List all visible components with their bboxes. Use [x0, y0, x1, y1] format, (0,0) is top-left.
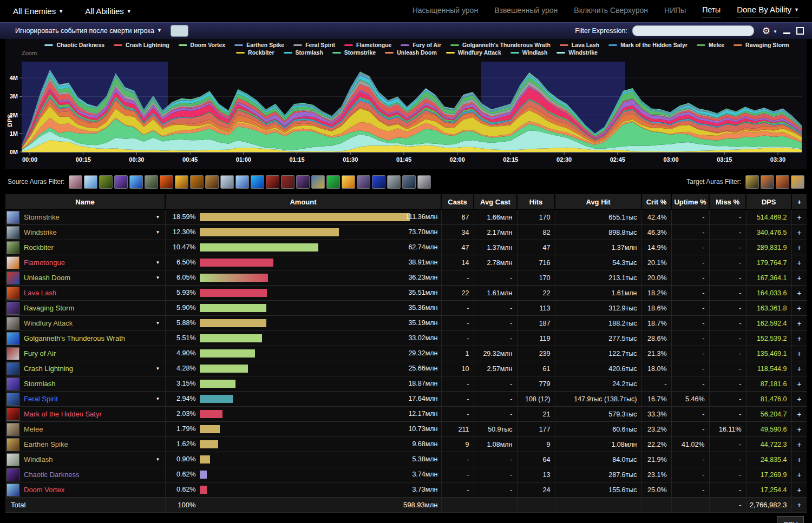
source-aura-icon-21[interactable] [372, 175, 385, 189]
ability-name-link[interactable]: Crash Lightning [24, 365, 73, 373]
csv-export-button[interactable]: CSV [777, 516, 804, 523]
nav-done-by-ability[interactable]: Done By Ability▼ [737, 5, 799, 17]
ability-name-link[interactable]: Feral Spirit [24, 395, 58, 403]
ability-name-link[interactable]: Stormlash [24, 380, 56, 388]
expand-plus-icon[interactable]: + [791, 392, 807, 407]
column-header-avg-cast[interactable]: Avg Cast [474, 194, 517, 210]
ability-name-link[interactable]: Windstrike [24, 228, 57, 236]
legend-item[interactable]: Stormlash [284, 49, 323, 56]
target-aura-icon-2[interactable] [761, 175, 774, 189]
ability-name-link[interactable]: Chaotic Darkness [24, 471, 80, 479]
legend-item[interactable]: Lava Lash [560, 42, 599, 48]
legend-item[interactable]: Crash Lightning [114, 42, 169, 48]
expand-row-icon[interactable]: ▼ [156, 321, 160, 326]
source-aura-icon-8[interactable] [175, 175, 188, 189]
expand-row-icon[interactable]: ▼ [156, 260, 160, 265]
expand-plus-icon[interactable]: + [791, 407, 807, 422]
source-aura-icon-22[interactable] [387, 175, 401, 189]
source-aura-icon-9[interactable] [190, 175, 204, 189]
expand-plus-icon[interactable]: + [791, 437, 807, 452]
legend-item[interactable]: Unleash Doom [385, 49, 437, 56]
legend-item[interactable]: Mark of the Hidden Satyr [608, 42, 687, 48]
column-header-+[interactable]: + [791, 194, 807, 210]
column-header-crit[interactable]: Crit % [641, 194, 671, 210]
nav-weighted-damage[interactable]: Взвешенный урон [494, 6, 558, 16]
expand-plus-icon[interactable]: + [791, 467, 807, 482]
expand-row-icon[interactable]: ▼ [156, 275, 160, 280]
expand-plus-icon[interactable]: + [791, 255, 807, 270]
source-aura-icon-5[interactable] [129, 175, 143, 189]
legend-item[interactable]: Rockbiter [236, 49, 274, 56]
expand-row-icon[interactable]: ▼ [156, 230, 160, 235]
legend-item[interactable]: Golganneth's Thunderous Wrath [450, 42, 551, 48]
nav-include-overkill[interactable]: Включить Сверхурон [574, 6, 648, 16]
expand-plus-icon[interactable]: + [791, 225, 807, 240]
source-aura-icon-1[interactable] [69, 175, 82, 189]
ignore-events-toggle[interactable] [171, 25, 188, 37]
column-header-miss[interactable]: Miss % [709, 194, 746, 210]
expand-plus-icon[interactable]: + [791, 286, 807, 301]
expand-plus-icon[interactable]: + [791, 210, 807, 225]
source-aura-icon-16[interactable] [296, 175, 310, 189]
dps-stacked-area-chart[interactable]: 0M1M2M3M4MDPS00:0000:1500:3000:4501:0001… [5, 39, 807, 169]
ability-name-link[interactable]: Ravaging Storm [24, 304, 74, 312]
legend-item[interactable]: Melee [697, 42, 724, 48]
legend-item[interactable]: Windstrike [556, 49, 598, 56]
expand-plus-icon[interactable]: + [791, 301, 807, 316]
legend-item[interactable]: Windlash [510, 49, 548, 56]
source-aura-icon-12[interactable] [235, 175, 249, 189]
source-aura-icon-19[interactable] [342, 175, 355, 189]
target-aura-icon-1[interactable] [745, 175, 759, 189]
ability-name-link[interactable]: Earthen Spike [24, 440, 68, 448]
expand-plus-icon[interactable]: + [791, 331, 807, 346]
source-aura-icon-7[interactable] [160, 175, 173, 189]
expand-plus-icon[interactable]: + [791, 346, 807, 361]
expand-row-icon[interactable]: ▼ [156, 396, 160, 401]
source-aura-icon-2[interactable] [84, 175, 97, 189]
ability-name-link[interactable]: Melee [24, 425, 43, 433]
column-header-hits[interactable]: Hits [517, 194, 555, 210]
expand-plus-icon[interactable]: + [791, 270, 807, 286]
expand-plus-icon[interactable]: + [791, 316, 807, 331]
expand-row-icon[interactable]: ▼ [156, 457, 160, 462]
ability-name-link[interactable]: Lava Lash [24, 289, 56, 297]
source-aura-icon-23[interactable] [402, 175, 416, 189]
source-aura-icon-18[interactable] [326, 175, 340, 189]
ability-name-link[interactable]: Doom Vortex [24, 486, 64, 494]
source-aura-icon-3[interactable] [99, 175, 113, 189]
source-aura-icon-17[interactable] [311, 175, 325, 189]
legend-item[interactable]: Fury of Air [401, 42, 441, 48]
ability-name-link[interactable]: Rockbiter [24, 243, 54, 251]
nav-pets[interactable]: Петы [702, 5, 721, 17]
nav-npcs[interactable]: НИПы [664, 6, 686, 16]
ignore-events-dropdown[interactable]: Игнорировать события после смерти игрока… [15, 27, 162, 35]
expand-plus-icon[interactable]: + [791, 422, 807, 437]
minimize-icon[interactable] [782, 27, 791, 35]
source-aura-icon-24[interactable] [417, 175, 431, 189]
ability-name-link[interactable]: Golganneth's Thunderous Wrath [24, 334, 125, 342]
legend-item[interactable]: Ravaging Storm [734, 42, 789, 48]
column-header-uptime[interactable]: Uptime % [671, 194, 709, 210]
source-aura-icon-6[interactable] [145, 175, 158, 189]
column-header-casts[interactable]: Casts [441, 194, 474, 210]
legend-item[interactable]: Windfury Attack [446, 49, 501, 56]
ability-name-link[interactable]: Windfury Attack [24, 319, 73, 327]
expand-plus-icon[interactable]: + [791, 361, 807, 376]
ability-name-link[interactable]: Mark of the Hidden Satyr [24, 410, 102, 418]
source-aura-icon-13[interactable] [251, 175, 264, 189]
source-aura-icon-10[interactable] [205, 175, 219, 189]
settings-gear-icon[interactable]: ⚙▼ [762, 27, 777, 36]
expand-plus-icon[interactable]: + [791, 498, 807, 513]
expand-row-icon[interactable]: ▼ [156, 215, 160, 220]
source-aura-icon-15[interactable] [281, 175, 294, 189]
legend-item[interactable]: Chaotic Darkness [44, 42, 104, 48]
source-aura-icon-20[interactable] [357, 175, 370, 189]
filter-expression-input[interactable] [632, 25, 754, 36]
target-aura-icon-3[interactable] [776, 175, 789, 189]
maximize-icon[interactable] [796, 27, 804, 35]
expand-plus-icon[interactable]: + [791, 376, 807, 392]
column-header-amount[interactable]: Amount [165, 194, 441, 210]
source-aura-icon-14[interactable] [266, 175, 279, 189]
expand-plus-icon[interactable]: + [791, 452, 807, 467]
expand-plus-icon[interactable]: + [791, 482, 807, 498]
